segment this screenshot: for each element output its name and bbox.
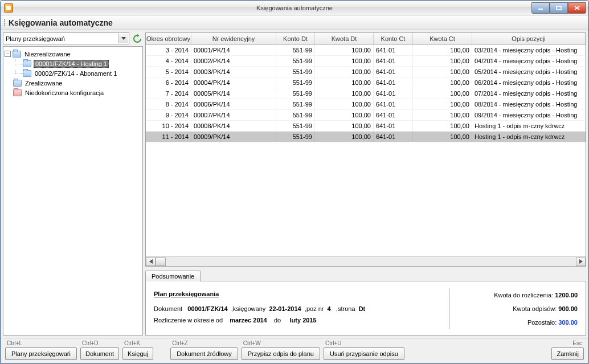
minimize-button[interactable] [531,2,550,14]
cell-kwct: 100,00 [413,88,472,99]
table-row[interactable]: 8 - 201400006/PK/14551-99100,00641-01100… [146,99,586,110]
cell-okres: 10 - 2014 [146,121,191,131]
col-kontoct[interactable]: Konto Ct [374,33,413,44]
cell-kdt: 551-99 [276,99,315,109]
cell-okres: 5 - 2014 [146,67,191,77]
cell-kdt: 551-99 [276,67,315,77]
cell-kwct: 100,00 [413,132,472,142]
plany-przeksiegowan-button[interactable]: Plany przeksięgowań [5,347,77,360]
cell-kdt: 551-99 [276,45,315,55]
cell-kwdt: 100,00 [315,99,374,109]
cell-kdt: 551-99 [276,88,315,99]
zamknij-button[interactable]: Zamknij [551,347,584,360]
rozl-label: Rozliczenie w okresie od [154,317,223,324]
app-icon [4,3,13,13]
pozostalo-value: 300.00 [558,319,578,326]
cell-okres: 11 - 2014 [146,132,191,142]
cell-kct: 641-01 [374,132,413,142]
pozostalo-label: Pozostało: [527,319,557,326]
ksieq-value: 22-01-2014 [269,305,301,312]
tree-label: Niedokończona konfiguracja [24,89,105,96]
plan-type-select-value: Plany przeksięgowań [6,35,65,42]
shortcut-label: Ctrl+W [242,340,261,347]
table-row[interactable]: 5 - 201400003/PK/14551-99100,00641-01100… [146,67,586,77]
cell-kwct: 100,00 [413,77,472,88]
folder-icon [23,60,31,67]
table-row[interactable]: 4 - 201400002/PK/14551-99100,00641-01100… [146,56,586,67]
table-row[interactable]: 11 - 201400009/PK/14551-99100,00641-0110… [146,132,586,142]
plan-tree[interactable]: − Niezrealizowane 00001/FZK/14 - Hosting… [3,46,143,336]
plan-title: Plan przeksięgowania [154,288,449,300]
tree-node-child-1[interactable]: 00001/FZK/14 - Hosting 1 [5,59,141,68]
usun-przypisanie-button[interactable]: Usuń przypisanie odpisu [324,347,404,360]
table-row[interactable]: 9 - 201400007/PK/14551-99100,00641-01100… [146,110,586,121]
scroll-track[interactable] [156,257,576,266]
col-kwotadt[interactable]: Kwota Dt [315,33,374,44]
main-panel: Okres obrotowy Nr ewidencyjny Konto Dt K… [145,32,586,336]
cell-kct: 641-01 [374,56,413,66]
cell-opis: 06/2014 - miesięczny odpis - Hosting [472,77,586,88]
tree-node-child-2[interactable]: 00002/FZK/14 - Abonament 1 [5,68,141,78]
summary-block: Podsumowanie Plan przeksięgowania Dokume… [145,270,586,336]
close-window-button[interactable] [568,2,586,14]
refresh-button[interactable] [132,33,143,44]
cell-nr: 00001/PK/14 [191,45,276,55]
tab-podsumowanie[interactable]: Podsumowanie [145,271,201,281]
cell-nr: 00009/PK/14 [191,132,276,142]
table-row[interactable]: 6 - 201400004/PK/14551-99100,00641-01100… [146,77,586,88]
table-row[interactable]: 10 - 201400008/PK/14551-99100,00641-0110… [146,121,586,132]
table-row[interactable]: 3 - 201400001/PK/14551-99100,00641-01100… [146,45,586,56]
shortcut-label: Esc [571,340,584,347]
cell-kwdt: 100,00 [315,45,374,55]
cell-kwdt: 100,00 [315,67,374,77]
col-opis[interactable]: Opis pozycji [472,33,586,44]
cell-nr: 00003/PK/14 [191,67,276,77]
cell-kwdt: 100,00 [315,132,374,142]
horizontal-scrollbar[interactable] [146,256,586,266]
cell-opis: 03/2014 - miesięczny odpis - Hosting [472,45,586,55]
tree-node-zrealizowane[interactable]: Zrealizowane [5,78,141,88]
cell-kct: 641-01 [374,45,413,55]
titlebar: Księgowania automatyczne [1,1,588,15]
refresh-icon [133,34,142,43]
cell-nr: 00005/PK/14 [191,88,276,99]
ksieguj-button[interactable]: Księguj [122,347,153,360]
cell-kct: 641-01 [374,99,413,109]
przypisz-odpis-button[interactable]: Przypisz odpis do planu [242,347,320,360]
col-kwotact[interactable]: Kwota Ct [413,33,472,44]
dokument-button[interactable]: Dokument [80,347,119,360]
folder-icon [23,70,31,77]
tree-expander[interactable]: − [5,51,11,57]
cell-kct: 641-01 [374,77,413,88]
scroll-right-button[interactable] [576,257,586,266]
tree-node-niezrealizowane[interactable]: − Niezrealizowane [5,49,141,59]
cell-kct: 641-01 [374,110,413,120]
cell-kct: 641-01 [374,88,413,99]
col-kontodt[interactable]: Konto Dt [276,33,315,44]
folder-icon [13,51,21,58]
cell-kdt: 551-99 [276,132,315,142]
col-nr[interactable]: Nr ewidencyjny [191,33,276,44]
summary-right: Kwota do rozliczenia: 1200.00 Kwota odpi… [449,288,578,329]
shortcut-label: Ctrl+Z [170,340,188,347]
tree-node-niedokonczona[interactable]: Niedokończona konfiguracja [5,88,141,97]
cell-nr: 00006/PK/14 [191,99,276,109]
plan-type-select[interactable]: Plany przeksięgowań [3,32,129,44]
cell-kwdt: 100,00 [315,121,374,131]
sidebar: Plany przeksięgowań − Niezrealizowan [3,32,143,336]
maximize-button[interactable] [550,2,568,14]
scroll-thumb[interactable] [156,257,166,266]
tree-label: 00002/FZK/14 - Abonament 1 [34,70,118,77]
cell-kwct: 100,00 [413,56,472,66]
table-row[interactable]: 7 - 201400005/PK/14551-99100,00641-01100… [146,88,586,99]
folder-icon [13,89,22,96]
svg-marker-4 [121,37,126,40]
shortcut-label: Ctrl+K [122,340,140,347]
col-okres[interactable]: Okres obrotowy [146,33,191,44]
scroll-left-button[interactable] [146,257,156,266]
cell-kdt: 551-99 [276,56,315,66]
cell-kwct: 100,00 [413,99,472,109]
dokument-zrodlowy-button[interactable]: Dokument źródłowy [170,347,238,360]
grid[interactable]: Okres obrotowy Nr ewidencyjny Konto Dt K… [145,32,586,267]
cell-okres: 9 - 2014 [146,110,191,120]
